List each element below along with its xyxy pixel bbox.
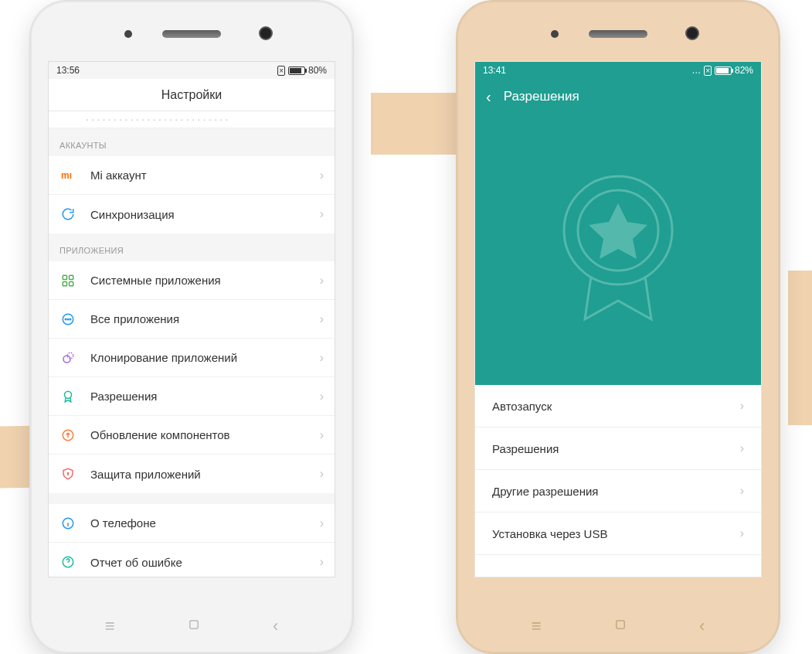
- settings-row-all-apps[interactable]: Все приложения ›: [49, 300, 335, 339]
- home-key[interactable]: [613, 616, 627, 636]
- proximity-sensor: [551, 30, 559, 38]
- permissions-row-permissions[interactable]: Разрешения ›: [475, 427, 761, 470]
- svg-point-6: [65, 318, 66, 320]
- nav-keys: ≡ ‹: [30, 616, 353, 636]
- chevron-right-icon: ›: [320, 555, 324, 569]
- settings-row-component-update[interactable]: Обновление компонентов ›: [49, 416, 335, 455]
- mi-logo-icon: mı: [59, 167, 76, 184]
- svg-rect-4: [70, 281, 73, 285]
- more-dots-icon: [59, 311, 76, 328]
- settings-row-bug-report[interactable]: Отчет об ошибке ›: [49, 543, 335, 577]
- upload-icon: [59, 427, 76, 444]
- clone-icon: [59, 349, 76, 366]
- settings-row-about-phone[interactable]: О телефоне ›: [49, 504, 335, 543]
- partial-row-top[interactable]: . . . . . . . . . . . . . . . . . . . . …: [49, 111, 335, 128]
- phone-mockup-permissions: 13:41 … × 82% ‹ Разрешения Автозапуск: [456, 0, 780, 654]
- front-camera: [685, 26, 699, 40]
- status-bar: 13:56 × 80%: [49, 62, 335, 79]
- back-icon[interactable]: ‹: [486, 88, 491, 106]
- decorative-stripe: [788, 271, 812, 425]
- section-header-accounts: АККАУНТЫ: [49, 128, 335, 156]
- screen-permissions: 13:41 … × 82% ‹ Разрешения Автозапуск: [474, 61, 762, 577]
- battery-icon: [715, 66, 732, 75]
- shield-icon: [59, 465, 76, 482]
- row-label: Установка через USB: [492, 527, 740, 540]
- chevron-right-icon: ›: [320, 351, 324, 365]
- battery-icon: [288, 66, 305, 75]
- settings-row-clone-apps[interactable]: Клонирование приложений ›: [49, 339, 335, 377]
- permissions-row-other[interactable]: Другие разрешения ›: [475, 470, 761, 513]
- signal-dots: …: [691, 65, 701, 76]
- svg-rect-16: [189, 621, 198, 629]
- chevron-right-icon: ›: [740, 526, 744, 540]
- no-sim-icon: ×: [277, 66, 285, 76]
- permissions-row-usb-install[interactable]: Установка через USB ›: [475, 513, 761, 555]
- settings-row-system-apps[interactable]: Системные приложения ›: [49, 261, 335, 300]
- svg-rect-1: [63, 275, 66, 279]
- chevron-right-icon: ›: [320, 312, 324, 326]
- svg-text:mı: mı: [61, 170, 72, 181]
- chevron-right-icon: ›: [320, 207, 324, 221]
- app-bar: ‹ Разрешения: [475, 79, 761, 114]
- page-title: Разрешения: [504, 89, 579, 104]
- chevron-right-icon: ›: [320, 390, 324, 404]
- svg-point-11: [65, 391, 72, 398]
- row-label: Системные приложения: [90, 274, 320, 287]
- page-title: Настройки: [161, 88, 222, 102]
- info-icon: [59, 515, 76, 532]
- help-icon: [59, 554, 76, 571]
- svg-rect-3: [63, 281, 66, 285]
- screen-settings: 13:56 × 80% Настройки . . . . . . . . . …: [48, 61, 335, 577]
- chevron-right-icon: ›: [740, 441, 744, 455]
- status-time: 13:56: [56, 65, 80, 76]
- row-label: Все приложения: [90, 312, 320, 325]
- app-bar: Настройки: [49, 79, 335, 111]
- battery-percent: 82%: [735, 65, 753, 76]
- row-label: Mi аккаунт: [90, 169, 320, 182]
- permissions-row-autostart[interactable]: Автозапуск ›: [475, 385, 761, 427]
- row-label: Защита приложений: [90, 468, 320, 481]
- home-key[interactable]: [187, 616, 201, 636]
- row-label: Разрешения: [90, 390, 320, 403]
- permissions-hero: [475, 114, 761, 385]
- row-label: Синхронизация: [90, 208, 320, 221]
- row-label: Обновление компонентов: [90, 428, 320, 441]
- row-label: Другие разрешения: [492, 485, 740, 498]
- row-label: Автозапуск: [492, 400, 740, 413]
- medal-star-icon: [549, 165, 688, 335]
- recents-key[interactable]: ≡: [532, 616, 542, 636]
- svg-point-7: [67, 318, 69, 320]
- nav-keys: ≡ ‹: [457, 616, 780, 636]
- front-camera: [259, 26, 273, 40]
- status-time: 13:41: [483, 65, 506, 76]
- phone-mockup-settings: 13:56 × 80% Настройки . . . . . . . . . …: [29, 0, 354, 654]
- back-key[interactable]: ‹: [273, 616, 278, 636]
- svg-point-13: [67, 473, 69, 475]
- svg-rect-19: [616, 621, 624, 629]
- chevron-right-icon: ›: [320, 516, 324, 530]
- chevron-right-icon: ›: [320, 467, 324, 481]
- svg-point-8: [70, 318, 71, 320]
- apps-grid-icon: [59, 272, 76, 289]
- recents-key[interactable]: ≡: [105, 616, 115, 636]
- earpiece: [162, 30, 221, 38]
- settings-row-mi-account[interactable]: mı Mi аккаунт ›: [49, 156, 335, 195]
- chevron-right-icon: ›: [320, 428, 324, 442]
- row-label: Клонирование приложений: [90, 351, 320, 364]
- back-key[interactable]: ‹: [699, 616, 705, 636]
- no-sim-icon: ×: [704, 66, 712, 76]
- row-label: Отчет об ошибке: [90, 556, 320, 569]
- battery-percent: 80%: [308, 65, 327, 76]
- svg-rect-2: [70, 275, 73, 279]
- row-label: О телефоне: [90, 516, 320, 530]
- chevron-right-icon: ›: [740, 399, 744, 413]
- status-bar: 13:41 … × 82%: [475, 62, 761, 79]
- settings-row-app-protection[interactable]: Защита приложений ›: [49, 455, 335, 493]
- settings-row-permissions[interactable]: Разрешения ›: [49, 377, 335, 416]
- sync-icon: [59, 206, 76, 223]
- chevron-right-icon: ›: [320, 274, 324, 288]
- svg-point-9: [63, 356, 70, 363]
- proximity-sensor: [124, 30, 132, 38]
- earpiece: [589, 30, 647, 38]
- settings-row-sync[interactable]: Синхронизация ›: [49, 195, 335, 233]
